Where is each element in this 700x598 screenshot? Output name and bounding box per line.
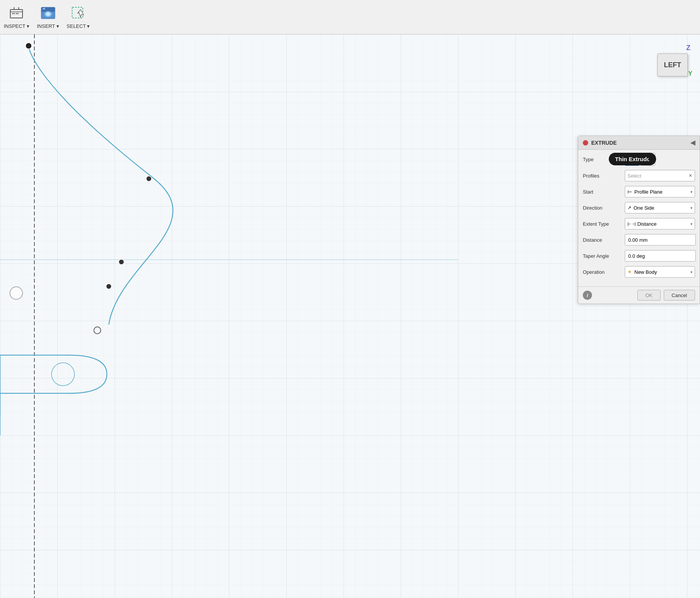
select-icon — [70, 5, 87, 22]
distance-label: Distance — [583, 237, 625, 243]
start-dropdown-icon: ⊢ — [627, 189, 632, 195]
operation-row: Operation ✦ New Body ▾ — [583, 266, 695, 278]
type-label: Type — [583, 157, 625, 162]
profiles-input[interactable]: Select ✕ — [625, 170, 695, 181]
profiles-label: Profiles — [583, 173, 625, 179]
direction-label: Direction — [583, 205, 625, 211]
operation-dropdown[interactable]: ✦ New Body ▾ — [625, 266, 695, 278]
profiles-placeholder: Select — [627, 173, 641, 179]
insert-label: INSERT ▾ — [37, 23, 59, 29]
z-axis-label: Z — [686, 44, 690, 52]
profiles-clear-btn[interactable]: ✕ — [689, 173, 692, 178]
scroll-indicator[interactable] — [10, 286, 23, 300]
start-control: ⊢ Profile Plane ▾ — [625, 186, 695, 197]
svg-rect-27 — [645, 157, 646, 162]
svg-point-18 — [146, 176, 152, 181]
info-button[interactable]: i — [583, 291, 592, 300]
taper-angle-row: Taper Angle — [583, 250, 695, 262]
start-row: Start ⊢ Profile Plane ▾ — [583, 186, 695, 198]
svg-rect-29 — [650, 157, 652, 162]
svg-rect-26 — [630, 156, 635, 161]
profiles-control: Select ✕ — [625, 170, 695, 181]
direction-icon: ↗ — [627, 205, 631, 210]
start-label: Start — [583, 189, 625, 195]
taper-angle-label: Taper Angle — [583, 253, 625, 259]
view-cube-face[interactable]: LEFT — [657, 53, 688, 76]
extent-type-value: Distance — [637, 221, 657, 227]
extent-icon: |←→| — [627, 221, 635, 226]
toolbar: INSPECT ▾ INSERT ▾ SELECT ▾ — [0, 0, 700, 34]
canvas-area: Z LEFT Y EXTRUDE ◀ Type — [0, 34, 700, 598]
type-row: Type — [583, 153, 695, 166]
sketch-canvas — [0, 34, 700, 598]
svg-rect-2 — [12, 13, 15, 14]
cancel-button[interactable]: Cancel — [664, 290, 695, 301]
inspect-label: INSPECT ▾ — [4, 23, 29, 29]
ok-button[interactable]: OK — [637, 290, 661, 301]
operation-icon: ✦ — [627, 269, 632, 275]
panel-title: EXTRUDE — [591, 140, 617, 146]
panel-collapse-btn[interactable]: ◀ — [690, 139, 695, 146]
extent-type-label: Extent Type — [583, 221, 625, 227]
toolbar-insert[interactable]: INSERT ▾ — [37, 5, 59, 29]
svg-point-20 — [106, 284, 111, 289]
distance-row: Distance — [583, 234, 695, 246]
direction-row: Direction ↗ One Side ▾ — [583, 202, 695, 214]
operation-value: New Body — [634, 269, 657, 275]
inspect-icon — [8, 5, 25, 22]
panel-header: EXTRUDE ◀ — [578, 136, 700, 150]
operation-arrow: ▾ — [690, 270, 692, 274]
extrude-panel: EXTRUDE ◀ Type — [578, 136, 700, 304]
profiles-row: Profiles Select ✕ — [583, 170, 695, 182]
select-label: SELECT ▾ — [67, 23, 90, 29]
svg-rect-14 — [0, 34, 700, 598]
svg-point-17 — [26, 43, 32, 49]
distance-control — [625, 234, 696, 246]
header-status-dot — [583, 140, 588, 145]
operation-control: ✦ New Body ▾ — [625, 266, 695, 278]
extent-type-arrow: ▾ — [690, 222, 692, 226]
extent-type-control: |←→| Distance ▾ — [625, 218, 695, 230]
view-cube[interactable]: Z LEFT Y — [654, 42, 692, 84]
svg-rect-3 — [16, 13, 19, 14]
type-control — [625, 153, 695, 166]
start-dropdown-value: Profile Plane — [634, 189, 663, 195]
direction-value: One Side — [634, 205, 654, 211]
svg-rect-10 — [43, 8, 45, 10]
svg-point-19 — [119, 259, 124, 265]
taper-angle-control — [625, 250, 696, 262]
direction-control: ↗ One Side ▾ — [625, 202, 695, 213]
toolbar-inspect[interactable]: INSPECT ▾ — [4, 5, 29, 29]
svg-point-9 — [46, 12, 50, 16]
start-dropdown-arrow: ▾ — [690, 190, 692, 194]
taper-angle-input[interactable] — [625, 250, 696, 262]
panel-footer: i OK Cancel — [578, 286, 700, 304]
toolbar-select[interactable]: SELECT ▾ — [67, 5, 90, 29]
insert-icon — [40, 5, 56, 22]
distance-input[interactable] — [625, 234, 696, 246]
direction-arrow: ▾ — [690, 206, 692, 210]
type-thin-btn[interactable] — [641, 153, 655, 166]
extent-type-row: Extent Type |←→| Distance ▾ — [583, 218, 695, 230]
extent-type-dropdown[interactable]: |←→| Distance ▾ — [625, 218, 695, 230]
operation-label: Operation — [583, 269, 625, 275]
svg-rect-28 — [647, 157, 649, 162]
start-dropdown[interactable]: ⊢ Profile Plane ▾ — [625, 186, 695, 197]
y-axis-label: Y — [688, 70, 692, 77]
type-solid-btn[interactable] — [625, 153, 639, 166]
panel-body: Type — [578, 150, 700, 286]
direction-dropdown[interactable]: ↗ One Side ▾ — [625, 202, 695, 213]
